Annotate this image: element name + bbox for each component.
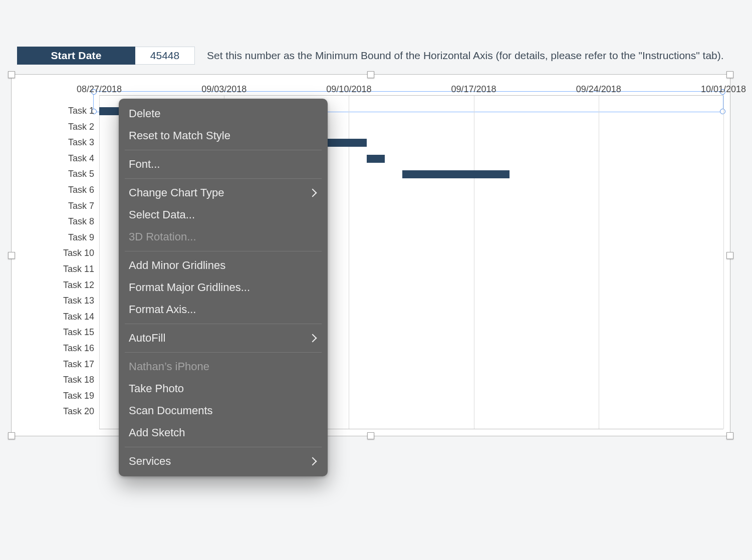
menu-item[interactable]: Scan Documents (119, 400, 328, 422)
y-tick-label: Task 9 (18, 230, 99, 246)
menu-item-label: Delete (129, 107, 161, 120)
menu-item-label: Reset to Match Style (129, 129, 230, 142)
menu-item[interactable]: Change Chart Type (119, 182, 328, 204)
y-tick-label: Task 10 (18, 245, 99, 261)
y-tick-label: Task 3 (18, 135, 99, 151)
resize-handle-top-center[interactable] (367, 71, 374, 78)
start-date-value-cell[interactable]: 45448 (135, 47, 195, 65)
menu-item-label: Font... (129, 158, 160, 171)
y-tick-label: Task 16 (18, 341, 99, 357)
y-tick-label: Task 7 (18, 198, 99, 214)
menu-separator (125, 447, 322, 447)
chevron-right-icon (309, 189, 317, 197)
y-tick-label: Task 1 (18, 103, 99, 119)
menu-item-label: Change Chart Type (129, 186, 224, 199)
gantt-bar[interactable] (402, 170, 510, 178)
menu-item-label: Scan Documents (129, 404, 213, 417)
major-gridline[interactable] (723, 96, 724, 429)
y-tick-label: Task 4 (18, 151, 99, 167)
gantt-bar[interactable] (367, 155, 385, 163)
y-tick-label: Task 20 (18, 404, 99, 420)
x-tick-label: 09/10/2018 (326, 84, 371, 95)
horizontal-axis-labels[interactable]: 08/27/201809/03/201809/10/201809/17/2018… (99, 81, 723, 95)
resize-handle-top-right[interactable] (726, 71, 733, 78)
x-tick-label: 09/03/2018 (201, 84, 246, 95)
menu-item[interactable]: Services (119, 450, 328, 472)
y-tick-label: Task 8 (18, 214, 99, 230)
menu-item-label: Add Minor Gridlines (129, 259, 225, 272)
menu-item-label: Add Sketch (129, 426, 185, 439)
menu-separator (125, 251, 322, 251)
menu-item[interactable]: Font... (119, 153, 328, 175)
menu-item-label: Format Axis... (129, 303, 196, 316)
resize-handle-middle-left[interactable] (8, 252, 15, 259)
y-tick-label: Task 2 (18, 119, 99, 135)
menu-item[interactable]: Format Major Gridlines... (119, 276, 328, 299)
menu-item[interactable]: AutoFill (119, 327, 328, 349)
y-tick-label: Task 17 (18, 357, 99, 373)
menu-item-label: Select Data... (129, 208, 195, 221)
y-tick-label: Task 14 (18, 309, 99, 325)
menu-item-label: Services (129, 455, 171, 468)
vertical-axis-labels[interactable]: Task 1Task 2Task 3Task 4Task 5Task 6Task… (18, 103, 99, 420)
y-tick-label: Task 6 (18, 182, 99, 198)
chevron-right-icon (309, 334, 317, 343)
y-tick-label: Task 5 (18, 166, 99, 182)
menu-item: 3D Rotation... (119, 226, 328, 248)
start-date-header: Start Date (17, 47, 135, 65)
menu-item-label: AutoFill (129, 332, 165, 345)
axis-context-menu[interactable]: DeleteReset to Match StyleFont...Change … (119, 99, 328, 476)
y-tick-label: Task 15 (18, 325, 99, 341)
y-tick-label: Task 18 (18, 372, 99, 388)
menu-item-label: Take Photo (129, 382, 184, 395)
menu-item[interactable]: Format Axis... (119, 299, 328, 321)
menu-item[interactable]: Take Photo (119, 378, 328, 400)
menu-item[interactable]: Reset to Match Style (119, 125, 328, 147)
menu-separator (125, 150, 322, 150)
resize-handle-top-left[interactable] (8, 71, 15, 78)
resize-handle-middle-right[interactable] (726, 252, 733, 259)
menu-item-label: Format Major Gridlines... (129, 281, 250, 294)
x-tick-label: 09/17/2018 (451, 84, 496, 95)
x-tick-label: 10/01/2018 (701, 84, 746, 95)
menu-item: Nathan’s iPhone (119, 356, 328, 378)
menu-item[interactable]: Delete (119, 103, 328, 125)
resize-handle-bottom-left[interactable] (8, 432, 15, 439)
y-tick-label: Task 11 (18, 261, 99, 277)
menu-separator (125, 178, 322, 179)
resize-handle-bottom-right[interactable] (726, 432, 733, 439)
x-tick-label: 09/24/2018 (576, 84, 621, 95)
start-date-row: Start Date 45448 Set this number as the … (17, 47, 724, 65)
chevron-right-icon (309, 457, 317, 466)
y-tick-label: Task 19 (18, 388, 99, 404)
menu-item-label: 3D Rotation... (129, 230, 196, 243)
menu-item[interactable]: Add Minor Gridlines (119, 254, 328, 276)
menu-item[interactable]: Add Sketch (119, 422, 328, 444)
start-date-hint: Set this number as the Minimum Bound of … (207, 50, 724, 62)
x-tick-label: 08/27/2018 (77, 84, 122, 95)
menu-item[interactable]: Select Data... (119, 204, 328, 226)
menu-separator (125, 324, 322, 324)
menu-separator (125, 352, 322, 353)
menu-item-label: Nathan’s iPhone (129, 360, 209, 373)
y-tick-label: Task 13 (18, 293, 99, 309)
resize-handle-bottom-center[interactable] (367, 432, 374, 439)
y-tick-label: Task 12 (18, 277, 99, 294)
